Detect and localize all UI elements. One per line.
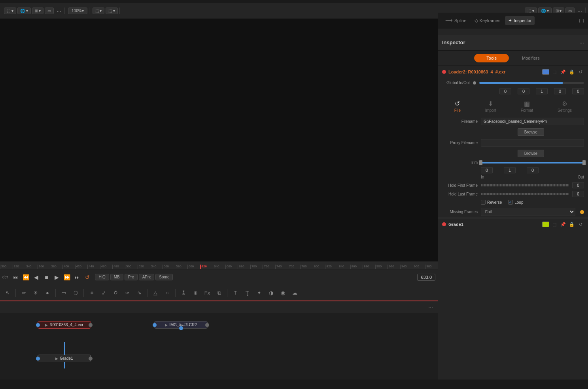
color-tool[interactable]: ◑ — [266, 288, 276, 298]
node-grade1-in-connector[interactable] — [36, 357, 40, 361]
trim-handle-left[interactable] — [479, 160, 482, 165]
nav-item-keyframes[interactable]: ◇ Keyframes — [471, 16, 504, 25]
loop-play-btn[interactable]: ↺ — [83, 273, 92, 282]
proxy-input[interactable] — [481, 139, 584, 147]
proxy-browse-btn[interactable]: Browse — [518, 150, 544, 157]
frame-display[interactable]: 633.0 — [417, 274, 435, 281]
node-loader1[interactable]: ▶ R0010863_4_#.exr — [38, 321, 91, 329]
some-btn[interactable]: Some — [155, 274, 173, 280]
hold-first-slider[interactable] — [481, 184, 569, 186]
transform-tool[interactable]: ⤢ — [98, 288, 109, 298]
node-grade1-out-connector[interactable] — [89, 357, 93, 361]
trim-mid-val[interactable]: 1 — [504, 167, 516, 173]
node-loader1-out-connector[interactable] — [89, 323, 93, 327]
node-loader2[interactable]: ▶ IMG_####.CR2 — [154, 321, 208, 329]
file-tab-import[interactable]: ⬇ Import — [481, 98, 500, 114]
view-rect-btn[interactable]: ▭ — [45, 8, 54, 14]
loader-reset-icon[interactable]: ↺ — [577, 68, 584, 75]
global-val-0[interactable]: 0 — [499, 88, 511, 94]
paint-tool[interactable]: ✏ — [19, 288, 29, 298]
filter-tool[interactable]: ⧉ — [214, 288, 224, 298]
zoom-display[interactable]: 100%▾ — [68, 8, 87, 14]
aprx-btn[interactable]: APrx — [139, 274, 155, 280]
play-fwd-btn[interactable]: ▶ — [52, 273, 61, 282]
loader-copy-icon[interactable]: ⬚ — [551, 68, 558, 75]
rect-tool[interactable]: ▭ — [59, 288, 69, 298]
global-val-4[interactable]: 0 — [572, 88, 584, 94]
grade-lock-icon[interactable]: 🔒 — [568, 221, 575, 228]
grade-color-indicator[interactable] — [542, 222, 549, 227]
view-more-dots[interactable]: ··· — [55, 8, 63, 14]
grade-pin-icon[interactable]: 📌 — [560, 221, 567, 228]
lens-tool[interactable]: ◉ — [278, 288, 288, 298]
poly-tool[interactable]: △ — [150, 288, 161, 298]
trim-slider[interactable] — [481, 162, 584, 163]
text-tool[interactable]: T — [230, 288, 240, 298]
layout-btn1[interactable]: ⬚ ▾ — [93, 8, 105, 14]
reverse-checkbox[interactable] — [481, 200, 486, 205]
global-val-2[interactable]: 1 — [536, 88, 548, 94]
view-globe-btn[interactable]: 🌐 ▾ — [17, 8, 31, 14]
node-grade1[interactable]: ▶ Grade1 — [38, 355, 91, 362]
fx-tool[interactable]: Fx — [202, 288, 212, 298]
hiq-btn[interactable]: HiQ — [95, 274, 109, 280]
expand-tool[interactable]: ⬡ — [70, 288, 81, 298]
loader-pin-icon[interactable]: 📌 — [560, 68, 567, 75]
step-back-btn[interactable]: ◀ — [32, 273, 40, 282]
node-loader2-in-connector[interactable] — [153, 323, 157, 327]
paint2-tool[interactable]: ● — [42, 288, 53, 298]
trim-in-val[interactable]: 0 — [481, 167, 493, 173]
file-tab-settings[interactable]: ⚙ Settings — [554, 98, 576, 114]
layout-btn2[interactable]: ⬚ ▾ — [106, 8, 118, 14]
brightness-tool[interactable]: ☀ — [30, 288, 41, 298]
play-fast-btn[interactable]: ⏩ — [62, 273, 71, 282]
node-area-dots[interactable]: ··· — [427, 304, 435, 310]
global-val-1[interactable]: 0 — [518, 88, 529, 94]
lasso-tool[interactable]: ○ — [162, 288, 172, 298]
nav-item-spline[interactable]: ⟿ Spline — [442, 16, 470, 25]
warp-tool[interactable]: ⥀ — [110, 288, 121, 298]
global-val-3[interactable]: 0 — [554, 88, 566, 94]
hold-last-val[interactable]: 0 — [572, 191, 584, 197]
go-end-btn[interactable]: ⏭ — [73, 273, 81, 282]
file-tab-file[interactable]: ↺ File — [450, 98, 465, 114]
pen-tool[interactable]: ✑ — [122, 288, 132, 298]
loader-lock-icon[interactable]: 🔒 — [568, 68, 575, 75]
prx-btn[interactable]: Prx — [125, 274, 138, 280]
clone-tool[interactable]: ⊕ — [190, 288, 200, 298]
nav-item-inspector[interactable]: ✦ Inspector — [505, 16, 535, 25]
file-tab-format[interactable]: ▦ Format — [517, 98, 537, 114]
filename-browse-btn[interactable]: Browse — [518, 128, 544, 136]
mb-btn[interactable]: MB — [110, 274, 123, 280]
view-grid-btn[interactable]: ⊞ ▾ — [32, 8, 44, 14]
node-loader1-in-connector[interactable] — [36, 323, 40, 327]
go-start-btn[interactable]: ⏮ — [11, 273, 20, 282]
tab-modifiers[interactable]: Modifiers — [510, 54, 552, 62]
select-tool[interactable]: ↖ — [2, 288, 13, 298]
view-mode-btn[interactable]: ⬚ ▾ — [4, 8, 16, 14]
type2-tool[interactable]: Ʈ — [242, 288, 252, 298]
trim-handle-right[interactable] — [582, 160, 586, 165]
grade-reset-icon[interactable]: ↺ — [577, 221, 584, 228]
crop-tool[interactable]: ⌗ — [87, 288, 97, 298]
tab-tools[interactable]: Tools — [474, 54, 509, 62]
particle-tool[interactable]: ⁑ — [178, 288, 189, 298]
stop-btn[interactable]: ■ — [42, 273, 51, 282]
hold-last-slider[interactable] — [481, 193, 569, 195]
cloud-tool[interactable]: ☁ — [289, 288, 300, 298]
node-graph-area[interactable]: ··· ▶ R0010863_4_#.exr ▶ IMG_ — [0, 301, 438, 380]
loop-checkbox[interactable]: ✓ — [508, 200, 513, 205]
effect-tool[interactable]: ✦ — [254, 288, 264, 298]
loader-color-indicator[interactable] — [542, 69, 549, 75]
hold-first-val[interactable]: 0 — [572, 182, 584, 188]
play-back-btn[interactable]: ⏪ — [21, 273, 30, 282]
grade-copy-icon[interactable]: ⬚ — [551, 221, 558, 228]
filename-input[interactable] — [481, 118, 584, 125]
missing-frames-select[interactable]: Fail Black Hold Previous — [481, 208, 575, 216]
trim-out-val[interactable]: 0 — [527, 167, 539, 173]
bezier-tool[interactable]: ∿ — [134, 288, 144, 298]
nav-display-icon[interactable]: ⬚ — [579, 17, 584, 24]
global-slider[interactable] — [479, 82, 584, 84]
node-loader2-out-connector[interactable] — [205, 323, 209, 327]
viewport[interactable] — [0, 19, 438, 261]
